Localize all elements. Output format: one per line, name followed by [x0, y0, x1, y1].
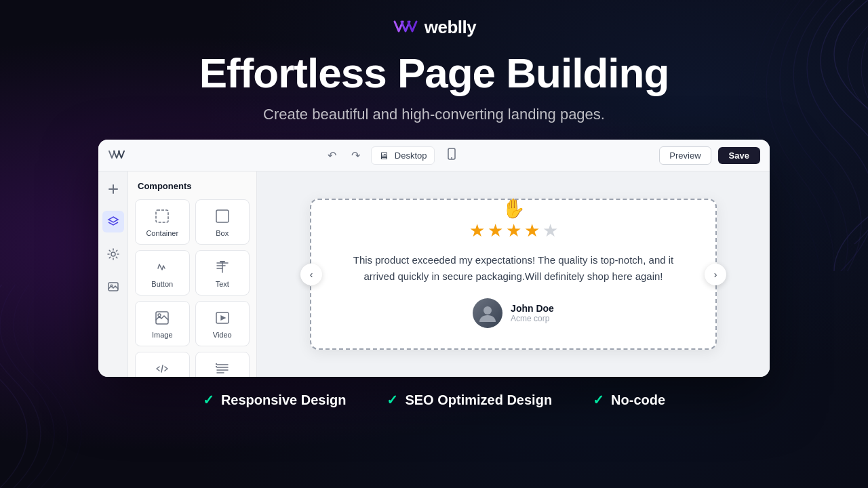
- box-label: Box: [216, 229, 229, 237]
- logo-area: weblly: [392, 16, 476, 38]
- image-label: Image: [152, 331, 173, 339]
- builder-body: Components Container: [98, 171, 770, 377]
- logo-icon: [392, 16, 418, 38]
- svg-rect-5: [156, 210, 168, 222]
- hero-title: Effortless Page Building: [199, 50, 669, 96]
- feature-label-responsive: Responsive Design: [221, 392, 347, 408]
- text-label: Text: [216, 280, 229, 288]
- component-video[interactable]: Video: [195, 301, 250, 346]
- components-panel: Components Container: [128, 171, 257, 377]
- component-html[interactable]: Html: [135, 352, 190, 377]
- save-button[interactable]: Save: [718, 147, 760, 164]
- container-label: Container: [146, 229, 178, 237]
- feature-label-seo: SEO Optimized Design: [405, 392, 552, 408]
- svg-rect-11: [216, 363, 217, 365]
- gear-icon: [107, 248, 119, 260]
- svg-point-2: [111, 252, 115, 256]
- carousel-prev-button[interactable]: ‹: [300, 264, 322, 285]
- component-button[interactable]: Button: [135, 250, 190, 296]
- component-list[interactable]: List: [195, 352, 250, 377]
- check-icon-seo: ✓: [387, 392, 398, 408]
- component-container[interactable]: Container: [135, 199, 190, 245]
- component-text[interactable]: Text: [195, 250, 250, 296]
- reviewer-company: Acme corp: [511, 314, 554, 323]
- feature-label-nocode: No-code: [611, 392, 665, 408]
- layers-icon: [107, 216, 119, 228]
- hero-subtitle: Create beautiful and high-converting lan…: [263, 106, 605, 123]
- mobile-view-button[interactable]: [441, 145, 462, 165]
- settings-icon-button[interactable]: [102, 243, 124, 265]
- reviewer-avatar: [473, 298, 502, 328]
- avatar-icon: [477, 303, 498, 323]
- canvas-selection-container: ★ ★ ★ ★ ★ This product exceeded my expec…: [310, 199, 717, 350]
- toolbar-center: ↶ ↷ 🖥 Desktop: [323, 145, 462, 165]
- container-icon: [153, 207, 172, 226]
- reviewer-info: John Doe Acme corp: [511, 303, 554, 323]
- svg-point-1: [451, 157, 452, 159]
- toolbar-right: Preview Save: [659, 146, 760, 165]
- list-icon: [213, 359, 232, 377]
- carousel-next-button[interactable]: ›: [705, 264, 726, 285]
- check-icon-responsive: ✓: [203, 392, 214, 408]
- components-grid: Container Box: [135, 199, 250, 377]
- text-icon: [213, 258, 232, 277]
- panel-title: Components: [135, 181, 250, 191]
- mobile-icon: [446, 148, 458, 160]
- box-icon: [213, 207, 232, 226]
- toolbar-logo-icon: [108, 148, 125, 163]
- image-component-icon: [153, 308, 172, 327]
- feature-responsive: ✓ Responsive Design: [203, 392, 347, 408]
- check-icon-nocode: ✓: [593, 392, 604, 408]
- canvas-area: ✋ ★ ★ ★ ★ ★ This product exceeded my ex: [257, 171, 770, 377]
- video-label: Video: [213, 331, 232, 339]
- star-4: ★: [524, 220, 540, 241]
- star-3: ★: [506, 220, 521, 241]
- star-1: ★: [469, 220, 485, 241]
- toolbar: ↶ ↷ 🖥 Desktop Preview Save: [98, 140, 770, 171]
- svg-marker-10: [221, 316, 225, 320]
- button-label: Button: [151, 280, 173, 288]
- redo-button[interactable]: ↷: [347, 146, 364, 165]
- svg-point-13: [484, 306, 492, 314]
- svg-rect-12: [216, 366, 217, 367]
- page-content: weblly Effortless Page Building Create b…: [0, 0, 868, 488]
- add-icon-button[interactable]: [102, 178, 124, 200]
- toolbar-left: [108, 148, 125, 163]
- cursor-icon: ✋: [502, 197, 526, 220]
- layers-icon-button[interactable]: [102, 211, 124, 232]
- video-icon: [213, 308, 232, 327]
- device-label: Desktop: [395, 150, 427, 161]
- media-icon-button[interactable]: [102, 276, 124, 298]
- device-selector[interactable]: 🖥 Desktop: [371, 146, 435, 165]
- desktop-icon: 🖥: [378, 150, 389, 161]
- features-bar: ✓ Responsive Design ✓ SEO Optimized Desi…: [203, 392, 665, 408]
- testimonial-card: ★ ★ ★ ★ ★ This product exceeded my expec…: [310, 199, 717, 350]
- testimonial-text: This product exceeded my expectations! T…: [338, 252, 688, 285]
- reviewer-name: John Doe: [511, 303, 554, 314]
- preview-button[interactable]: Preview: [659, 146, 711, 165]
- reviewer-area: John Doe Acme corp: [338, 298, 688, 328]
- component-box[interactable]: Box: [195, 199, 250, 245]
- plus-icon: [107, 183, 119, 195]
- html-icon: [153, 359, 172, 377]
- star-5: ★: [542, 220, 558, 241]
- svg-rect-6: [216, 210, 229, 222]
- feature-seo: ✓ SEO Optimized Design: [387, 392, 552, 408]
- component-image[interactable]: Image: [135, 301, 190, 346]
- button-icon: [153, 258, 172, 277]
- builder-window: ↶ ↷ 🖥 Desktop Preview Save: [98, 140, 770, 377]
- sidebar-icons: [98, 171, 128, 377]
- logo-text: weblly: [425, 17, 476, 38]
- star-2: ★: [488, 220, 503, 241]
- stars-container: ★ ★ ★ ★ ★: [338, 220, 688, 241]
- feature-nocode: ✓ No-code: [593, 392, 665, 408]
- undo-button[interactable]: ↶: [323, 146, 340, 165]
- image-icon: [107, 281, 119, 293]
